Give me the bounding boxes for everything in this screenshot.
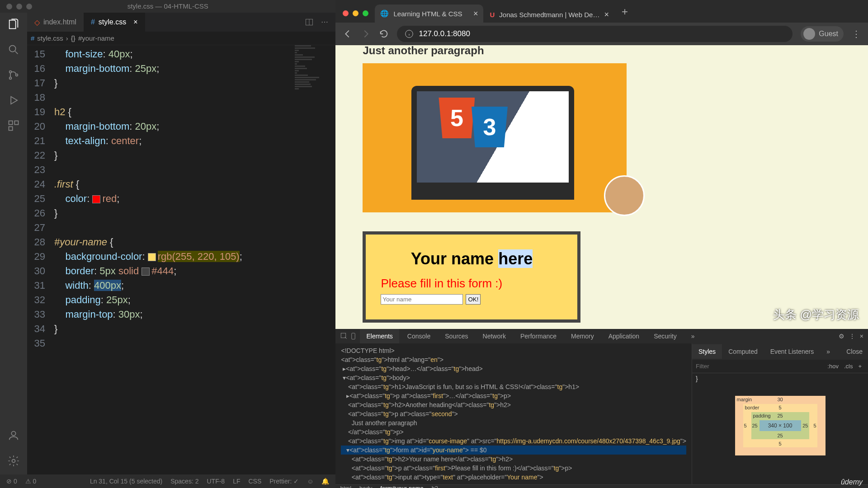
hov-toggle[interactable]: :hov	[825, 361, 841, 371]
close-icon[interactable]: ×	[604, 10, 609, 19]
cls-toggle[interactable]: .cls	[841, 361, 856, 371]
browser-toolbar: 127.0.0.1:8080 Guest ⋮	[335, 23, 868, 45]
styles-filter-input[interactable]	[696, 363, 825, 370]
minimize-icon[interactable]	[353, 10, 359, 16]
code-editor[interactable]: 1516171819202122232425262728293031323334…	[27, 45, 335, 474]
activity-bar	[0, 13, 27, 474]
tab-event-listeners[interactable]: Event Listeners	[764, 344, 821, 359]
tab-network[interactable]: Network	[476, 329, 512, 343]
tab-elements[interactable]: Elements	[360, 329, 399, 343]
new-rule-icon[interactable]: +	[855, 361, 864, 371]
maximize-icon[interactable]	[363, 10, 368, 16]
debug-icon[interactable]	[7, 94, 20, 107]
tab-computed[interactable]: Computed	[722, 344, 764, 359]
tab-index-html[interactable]: ◇ index.html	[27, 13, 84, 32]
globe-icon: 🌐	[380, 9, 389, 18]
dom-tree[interactable]: <!DOCTYPE html><at">class="tg">html at">…	[335, 343, 692, 484]
page-viewport: Just another paragraph 5 3 Your name her…	[335, 45, 868, 329]
status-feedback-icon[interactable]: ☺	[307, 478, 313, 485]
browser-tab[interactable]: 🌐 Learning HTML & CSS ×	[375, 5, 483, 23]
svg-rect-12	[352, 333, 355, 339]
git-icon[interactable]	[7, 69, 20, 81]
paragraph: Just another paragraph	[363, 45, 841, 57]
search-icon[interactable]	[7, 43, 20, 56]
account-icon[interactable]	[7, 429, 20, 442]
close-button[interactable]: Close	[841, 344, 868, 359]
status-prettier[interactable]: Prettier: ✓	[269, 478, 299, 485]
menu-icon[interactable]: ⋮	[852, 28, 861, 39]
tab-security[interactable]: Security	[647, 329, 683, 343]
editor-tabs: ◇ index.html # style.css × ⋯	[27, 13, 335, 32]
gear-icon[interactable]	[7, 455, 20, 467]
info-icon[interactable]	[404, 29, 414, 39]
udemy-logo: ûdemy	[841, 478, 863, 486]
status-language[interactable]: CSS	[248, 478, 261, 485]
breadcrumb[interactable]: # style.css › {} #your-name	[27, 32, 335, 45]
profile-button[interactable]: Guest	[801, 26, 844, 42]
status-encoding[interactable]: UTF-8	[207, 478, 225, 485]
svg-point-7	[11, 432, 15, 436]
inspect-icon[interactable]	[340, 332, 348, 340]
status-cursor[interactable]: Ln 31, Col 15 (5 selected)	[90, 478, 162, 485]
tab-label: index.html	[43, 18, 76, 26]
gear-icon[interactable]: ⚙	[839, 333, 844, 340]
extensions-icon[interactable]	[7, 119, 20, 132]
more-icon[interactable]: ⋯	[321, 18, 328, 27]
window-title: style.css — 04-HTML-CSS	[127, 2, 208, 10]
status-bell-icon[interactable]: 🔔	[321, 478, 329, 485]
your-name-form: Your name here Please fill in this form …	[363, 231, 580, 323]
html5-logo-icon: 5	[439, 98, 475, 138]
svg-point-1	[9, 71, 12, 73]
tab-performance[interactable]: Performance	[514, 329, 563, 343]
status-errors[interactable]: ⊘ 0	[6, 478, 17, 485]
name-input[interactable]	[381, 294, 463, 305]
tab-application[interactable]: Application	[602, 329, 646, 343]
browser-window: 🌐 Learning HTML & CSS × U Jonas Schmedtm…	[335, 0, 868, 488]
browser-tab-strip: 🌐 Learning HTML & CSS × U Jonas Schmedtm…	[335, 0, 868, 23]
tab-memory[interactable]: Memory	[565, 329, 600, 343]
styles-pane: Styles Computed Event Listeners » Close …	[692, 343, 868, 484]
devtools-tabs: Elements Console Sources Network Perform…	[335, 329, 868, 343]
menu-icon[interactable]: ⋮	[849, 333, 855, 340]
close-icon[interactable]: ×	[473, 9, 478, 19]
back-icon[interactable]	[343, 29, 353, 39]
status-warnings[interactable]: ⚠ 0	[25, 478, 37, 485]
box-model[interactable]: margin 30 border 5 5 5 5 padding 25 25 2…	[735, 396, 826, 455]
svg-rect-4	[9, 121, 13, 125]
status-eol[interactable]: LF	[233, 478, 240, 485]
ok-button[interactable]: OK!	[466, 294, 481, 305]
url-bar[interactable]: 127.0.0.1:8080	[397, 26, 793, 42]
forward-icon[interactable]	[361, 29, 371, 39]
device-icon[interactable]	[350, 332, 358, 340]
status-spaces[interactable]: Spaces: 2	[170, 478, 198, 485]
minimize-icon[interactable]	[16, 4, 22, 9]
more-tabs-icon[interactable]: »	[685, 329, 701, 343]
svg-rect-6	[9, 127, 13, 130]
split-editor-icon[interactable]	[305, 18, 314, 27]
close-icon[interactable]	[6, 4, 12, 9]
breadcrumb-path[interactable]: html body form#your-name h2 ûdemy	[335, 484, 868, 488]
browser-tab[interactable]: U Jonas Schmedtmann | Web De… ×	[484, 6, 614, 23]
svg-rect-5	[14, 121, 18, 125]
close-icon[interactable]: ×	[133, 18, 137, 26]
more-tabs-icon[interactable]: »	[820, 344, 836, 359]
svg-point-8	[12, 460, 15, 463]
tab-styles[interactable]: Styles	[692, 344, 722, 359]
reload-icon[interactable]	[379, 29, 389, 39]
close-icon[interactable]	[343, 10, 349, 16]
avatar-icon	[803, 28, 815, 40]
form-heading: Your name here	[381, 249, 562, 268]
tab-sources[interactable]: Sources	[439, 329, 474, 343]
maximize-icon[interactable]	[26, 4, 32, 9]
new-tab-button[interactable]: +	[615, 5, 634, 23]
minimap[interactable]	[295, 45, 335, 136]
vscode-titlebar: style.css — 04-HTML-CSS	[0, 0, 335, 13]
explorer-icon[interactable]	[7, 18, 20, 31]
tab-console[interactable]: Console	[401, 329, 437, 343]
chevron-right-icon: ›	[66, 34, 68, 42]
close-icon[interactable]: ×	[860, 333, 863, 340]
css3-logo-icon: 3	[472, 107, 508, 147]
svg-point-0	[9, 46, 16, 52]
tab-style-css[interactable]: # style.css ×	[84, 13, 145, 32]
vscode-window: style.css — 04-HTML-CSS ◇ index.html #	[0, 0, 335, 488]
